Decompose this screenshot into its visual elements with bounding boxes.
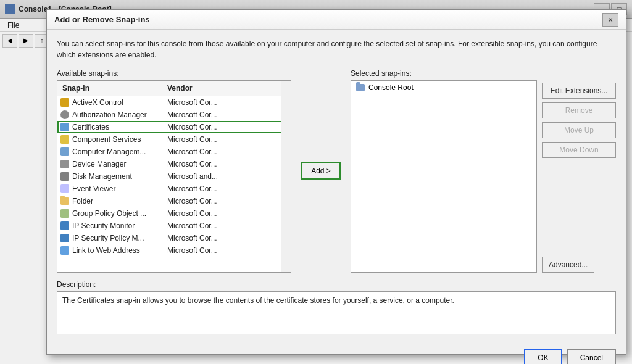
right-buttons-top: Edit Extensions... Remove Move Up Move D…	[542, 83, 616, 158]
move-up-button[interactable]: Move Up	[542, 122, 616, 138]
selected-panel: Selected snap-ins: Console Root	[351, 69, 537, 273]
middle-buttons: Add >	[296, 69, 346, 273]
list-item[interactable]: Folder Microsoft Cor...	[57, 195, 291, 207]
move-down-button[interactable]: Move Down	[542, 142, 616, 158]
cert-icon	[60, 122, 70, 132]
list-item[interactable]: Link to Web Address Microsoft Cor...	[57, 244, 291, 257]
dialog-body: You can select snap-ins for this console…	[47, 30, 626, 343]
dialog-description: You can select snap-ins for this console…	[57, 38, 616, 60]
add-remove-snapins-dialog: Add or Remove Snap-ins × You can select …	[46, 9, 626, 355]
selected-snapins-list: Console Root	[351, 80, 537, 273]
add-button[interactable]: Add >	[301, 162, 341, 180]
list-item[interactable]: Component Services Microsoft Cor...	[57, 133, 291, 146]
dialog-titlebar: Add or Remove Snap-ins ×	[47, 10, 626, 30]
available-panel: Available snap-ins: Snap-in Vendor Activ…	[57, 69, 291, 273]
ok-button[interactable]: OK	[524, 349, 562, 364]
computer-icon	[60, 147, 70, 157]
available-label: Available snap-ins:	[57, 69, 291, 78]
available-list-scrollbar[interactable]	[281, 81, 291, 272]
link-icon	[60, 246, 70, 255]
remove-button[interactable]: Remove	[542, 102, 616, 118]
ipsec-policy-icon	[60, 233, 70, 243]
console-icon	[5, 4, 15, 14]
list-item[interactable]: Event Viewer Microsoft Cor...	[57, 183, 291, 195]
list-item[interactable]: IP Security Policy M... Microsoft Cor...	[57, 232, 291, 244]
edit-extensions-button[interactable]: Edit Extensions...	[542, 83, 616, 99]
list-item[interactable]: Group Policy Object ... Microsoft Cor...	[57, 207, 291, 220]
list-item[interactable]: Computer Managem... Microsoft Cor...	[57, 146, 291, 158]
col-header-snapin: Snap-in	[57, 83, 162, 94]
cancel-button[interactable]: Cancel	[567, 349, 616, 364]
list-item[interactable]: IP Security Monitor Microsoft Cor...	[57, 220, 291, 232]
folder-icon	[60, 196, 70, 206]
toolbar-back[interactable]: ◀	[2, 34, 17, 48]
ipsec-monitor-icon	[60, 221, 70, 231]
disk-icon	[60, 172, 70, 181]
col-header-vendor: Vendor	[162, 83, 261, 94]
dialog-content: Available snap-ins: Snap-in Vendor Activ…	[57, 69, 616, 273]
menu-file[interactable]: File	[2, 20, 24, 31]
console-root-icon	[356, 84, 365, 91]
list-items-container[interactable]: ActiveX Control Microsoft Cor... Authori…	[57, 96, 291, 270]
description-area: Description: The Certificates snap-in al…	[57, 280, 616, 334]
dialog-title: Add or Remove Snap-ins	[54, 15, 602, 24]
selected-item-console-root[interactable]: Console Root	[351, 81, 536, 94]
description-label: Description:	[57, 280, 616, 289]
list-item[interactable]: Disk Management Microsoft and...	[57, 170, 291, 183]
console-root-label: Console Root	[368, 83, 414, 92]
group-icon	[60, 209, 70, 218]
list-header: Snap-in Vendor	[57, 81, 291, 96]
dialog-close-button[interactable]: ×	[602, 13, 618, 27]
right-buttons-bottom: Advanced...	[542, 257, 616, 273]
activex-icon	[60, 97, 70, 107]
device-icon	[60, 159, 70, 169]
list-item[interactable]: Device Manager Microsoft Cor...	[57, 158, 291, 170]
list-item[interactable]: ActiveX Control Microsoft Cor...	[57, 96, 291, 109]
description-box: The Certificates snap-in allows you to b…	[57, 291, 616, 334]
component-icon	[60, 134, 70, 144]
toolbar-forward[interactable]: ▶	[19, 34, 33, 48]
dialog-footer: OK Cancel	[47, 343, 626, 364]
event-icon	[60, 184, 70, 194]
list-item[interactable]: Authorization Manager Microsoft Cor...	[57, 109, 291, 121]
available-snapins-list: Snap-in Vendor ActiveX Control Microsoft…	[57, 80, 291, 273]
right-buttons-area: Edit Extensions... Remove Move Up Move D…	[542, 69, 616, 273]
advanced-button[interactable]: Advanced...	[542, 257, 594, 273]
auth-icon	[60, 110, 70, 120]
selected-label: Selected snap-ins:	[351, 69, 537, 78]
list-item-certificates[interactable]: Certificates Microsoft Cor...	[57, 121, 291, 133]
